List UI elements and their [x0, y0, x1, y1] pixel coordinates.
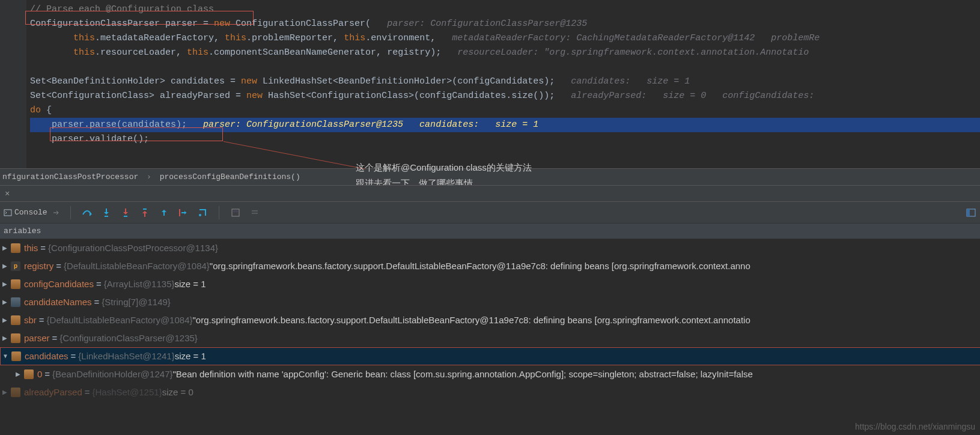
code-editor[interactable]: // Parse each @Configuration classConfig… [0, 0, 980, 168]
variable-type-icon [11, 315, 20, 325]
variable-type-icon [11, 243, 20, 253]
annotation-text-1: 这个是解析@Configuration class的关键方法 [356, 162, 532, 174]
expand-arrow-icon[interactable]: ▼ [1, 347, 10, 365]
step-into-icon[interactable] [101, 207, 112, 218]
variable-value: size = 1 [174, 275, 205, 293]
variable-type-icon [11, 388, 20, 397]
variable-type: {HashSet@1251} [93, 383, 162, 401]
trace-current-icon[interactable] [249, 207, 260, 218]
variable-value: size = 0 [162, 383, 193, 401]
variable-type-icon [24, 370, 34, 379]
force-step-into-icon[interactable] [120, 207, 131, 218]
variable-row[interactable]: ▶configCandidates = {ArrayList@1135} siz… [0, 275, 980, 293]
variables-tree[interactable]: ▶this = {ConfigurationClassPostProcessor… [0, 239, 980, 401]
code-line[interactable]: this.resourceLoader, this.componentScanB… [30, 46, 980, 60]
variable-type: {ArrayList@1135} [104, 275, 175, 293]
toolbar-separator [70, 206, 71, 219]
variable-name: sbr [24, 311, 37, 329]
code-line[interactable]: do { [30, 103, 980, 118]
variable-name: candidateNames [24, 293, 92, 311]
close-icon[interactable]: × [5, 189, 10, 199]
code-line[interactable] [30, 60, 980, 75]
console-label[interactable]: Console [14, 208, 47, 217]
console-icon [4, 208, 12, 217]
variable-name: configCandidates [24, 275, 94, 293]
variable-type-icon [11, 351, 21, 361]
expand-arrow-icon[interactable]: ▶ [0, 257, 10, 275]
watermark: https://blog.csdn.net/xianmingsu [855, 422, 975, 431]
variable-row[interactable]: ▶pregistry = {DefaultListableBeanFactory… [0, 257, 980, 275]
code-line[interactable]: Set<ConfigurationClass> alreadyParsed = … [30, 89, 980, 103]
variables-panel-header: ariables [0, 224, 980, 239]
svg-rect-6 [233, 210, 238, 212]
variable-name: registry [24, 257, 53, 275]
toolbar-separator [219, 206, 219, 219]
debugger-tab-row: × [0, 185, 980, 202]
variable-type-icon [11, 333, 20, 343]
svg-rect-2 [124, 216, 127, 217]
step-over-icon[interactable] [82, 207, 93, 218]
variable-row[interactable]: ▶candidateNames = {String[7]@1149} [0, 293, 980, 311]
variable-type-icon [11, 297, 20, 307]
expand-arrow-icon[interactable]: ▶ [0, 293, 10, 311]
svg-rect-8 [252, 213, 258, 214]
variable-name: alreadyParsed [24, 383, 82, 401]
drop-frame-icon[interactable] [159, 207, 169, 218]
variable-name: parser [24, 329, 50, 347]
variable-type-icon: p [11, 261, 20, 271]
variable-row[interactable]: ▼candidates = {LinkedHashSet@1241} size … [0, 347, 980, 365]
console-pin-icon[interactable] [53, 210, 59, 216]
evaluate-expression-icon[interactable] [197, 207, 208, 218]
code-line[interactable]: parser.parse(candidates); parser: Config… [30, 118, 980, 132]
variable-name: candidates [25, 347, 68, 365]
expand-arrow-icon[interactable]: ▶ [0, 329, 10, 347]
breadcrumb-method[interactable]: processConfigBeanDefinitions() [160, 172, 300, 181]
variable-row[interactable]: ▶0 = {BeanDefinitionHolder@1247} "Bean d… [0, 365, 980, 383]
svg-point-4 [199, 214, 201, 216]
run-to-cursor-icon[interactable] [178, 207, 189, 218]
variable-type: {ConfigurationClassPostProcessor@1134} [48, 239, 218, 257]
breadcrumb-sep-icon: › [143, 172, 155, 181]
expand-arrow-icon[interactable]: ▶ [0, 383, 10, 401]
variable-row[interactable]: ▶sbr = {DefaultListableBeanFactory@1084}… [0, 311, 980, 329]
calculator-icon[interactable] [230, 207, 241, 218]
debug-toolbar: Console [0, 202, 980, 224]
variable-type: {String[7]@1149} [102, 293, 170, 311]
breadcrumb-class[interactable]: nfigurationClassPostProcessor [2, 172, 138, 181]
svg-rect-7 [252, 210, 258, 211]
variable-value: "org.springframework.beans.factory.suppo… [210, 257, 750, 275]
variable-name: this [24, 239, 38, 257]
variable-row[interactable]: ▶this = {ConfigurationClassPostProcessor… [0, 239, 980, 257]
code-lines: // Parse each @Configuration classConfig… [0, 0, 980, 147]
variable-value: "org.springframework.beans.factory.suppo… [193, 311, 750, 329]
svg-rect-10 [967, 209, 970, 216]
variable-type: {ConfigurationClassParser@1235} [59, 329, 198, 347]
variable-type-icon [11, 279, 20, 289]
layout-icon[interactable] [966, 207, 976, 218]
variable-row[interactable]: ▶alreadyParsed = {HashSet@1251} size = 0 [0, 383, 980, 401]
step-out-icon[interactable] [139, 207, 150, 218]
expand-arrow-icon[interactable]: ▶ [13, 365, 23, 383]
variable-row[interactable]: ▶parser = {ConfigurationClassParser@1235… [0, 329, 980, 347]
code-line[interactable]: Set<BeanDefinitionHolder> candidates = n… [30, 75, 980, 89]
svg-rect-1 [105, 216, 108, 217]
variable-value: size = 1 [175, 347, 206, 365]
svg-rect-0 [4, 210, 11, 216]
variable-type: {DefaultListableBeanFactory@1084} [47, 311, 193, 329]
code-line[interactable]: ConfigurationClassParser parser = new Co… [30, 17, 980, 31]
variable-type: {DefaultListableBeanFactory@1084} [64, 257, 210, 275]
variable-type: {BeanDefinitionHolder@1247} [52, 365, 172, 383]
expand-arrow-icon[interactable]: ▶ [0, 275, 10, 293]
gutter [0, 0, 26, 168]
variable-name: 0 [37, 365, 42, 383]
svg-rect-3 [143, 208, 147, 210]
variable-value: "Bean definition with name 'appConfig': … [172, 365, 752, 383]
code-line[interactable]: // Parse each @Configuration class [30, 2, 980, 17]
variable-type: {LinkedHashSet@1241} [78, 347, 174, 365]
code-line[interactable]: parser.validate(); [30, 132, 980, 147]
svg-rect-5 [232, 209, 239, 216]
code-line[interactable]: this.metadataReaderFactory, this.problem… [30, 31, 980, 46]
expand-arrow-icon[interactable]: ▶ [0, 311, 10, 329]
expand-arrow-icon[interactable]: ▶ [0, 239, 10, 257]
